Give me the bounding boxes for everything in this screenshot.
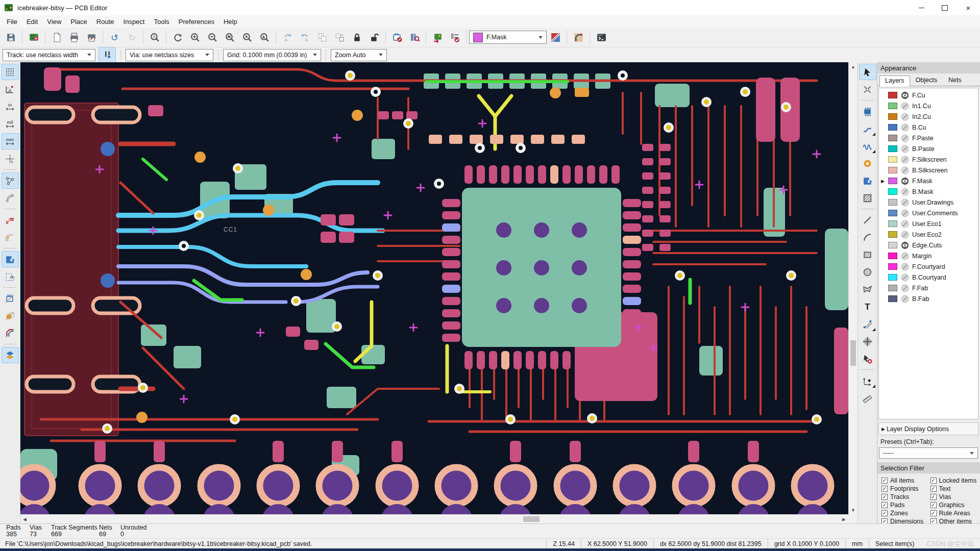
checkbox-icon[interactable]: ✓ (881, 510, 888, 516)
zoom-to-fit-button[interactable] (221, 29, 238, 45)
interactive-router-settings-button[interactable] (570, 29, 587, 45)
polar-coordinates-button[interactable]: rθ (2, 81, 19, 97)
minimize-button[interactable] (910, 0, 933, 15)
layer-color-swatch[interactable] (888, 295, 897, 302)
layer-hidden-icon[interactable] (900, 219, 910, 229)
draw-arc-button[interactable] (859, 229, 876, 245)
draw-polygon-button[interactable] (859, 281, 876, 297)
menu-help[interactable]: Help (219, 15, 242, 28)
measure-tool-button[interactable] (859, 390, 876, 406)
sketch-footprints-button[interactable] (2, 290, 19, 307)
checkbox-icon[interactable]: ✓ (930, 478, 937, 484)
print-button[interactable] (65, 29, 83, 45)
scroll-right-icon[interactable]: ▶ (840, 515, 848, 523)
via-size-dropdown[interactable]: Via: use netclass sizes (126, 49, 213, 61)
rotate-cw-button[interactable] (296, 29, 313, 45)
layer-hidden-icon[interactable] (900, 294, 910, 304)
layer-row-in2-cu[interactable]: In2.Cu (879, 111, 978, 122)
horizontal-scroll-thumb[interactable] (523, 516, 540, 522)
menu-preferences[interactable]: Preferences (174, 15, 219, 28)
undo-button[interactable]: ↺ (106, 29, 123, 45)
layer-hidden-icon[interactable] (900, 251, 910, 261)
vertical-scroll-thumb[interactable] (850, 340, 856, 366)
edit-footprints-button[interactable] (388, 29, 406, 45)
checkbox-icon[interactable]: ✓ (881, 486, 888, 492)
menu-file[interactable]: File (2, 15, 22, 28)
zoom-out-button[interactable] (204, 29, 221, 45)
layer-row-user-eco2[interactable]: User.Eco2 (879, 229, 978, 240)
sketch-tracks-button[interactable] (2, 325, 19, 341)
layer-row-user-drawings[interactable]: User.Drawings (879, 197, 978, 208)
presets-dropdown[interactable]: ----- (879, 447, 978, 459)
layer-row-b-silkscreen[interactable]: B.Silkscreen (879, 165, 978, 176)
layer-hidden-icon[interactable] (900, 101, 910, 111)
layer-hidden-icon[interactable] (900, 230, 910, 239)
vertical-scrollbar[interactable]: ▲ ▼ (848, 62, 857, 514)
refresh-view-button[interactable] (169, 29, 186, 45)
filter-rule-areas[interactable]: ✓Rule Areas (930, 509, 979, 517)
scripting-console-button[interactable] (593, 29, 610, 45)
find-button[interactable]: A (146, 29, 163, 45)
tab-nets[interactable]: Nets (943, 75, 967, 86)
zoom-to-objects-button[interactable] (238, 29, 256, 45)
filter-footprints[interactable]: ✓Footprints (881, 485, 930, 492)
appearance-manager-button[interactable] (2, 347, 19, 363)
horizontal-scrollbar[interactable]: ◀ ▶ (20, 514, 848, 523)
layer-color-swatch[interactable] (888, 145, 897, 152)
layer-hidden-icon[interactable] (900, 262, 910, 271)
zoom-in-button[interactable] (186, 29, 204, 45)
ungroup-items-button[interactable] (331, 29, 348, 45)
checkbox-icon[interactable]: ✓ (881, 502, 888, 508)
menu-inspect[interactable]: Inspect (119, 15, 150, 28)
run-drc-button[interactable] (446, 29, 463, 45)
crosshair-cursor-button[interactable] (2, 151, 19, 167)
filter-graphics[interactable]: ✓Graphics (930, 501, 979, 509)
add-dimension-button[interactable] (859, 316, 876, 332)
maximize-button[interactable] (933, 0, 957, 15)
layer-color-swatch[interactable] (888, 253, 897, 259)
add-rule-area-button[interactable] (859, 190, 876, 206)
curved-ratsnest-button[interactable] (2, 190, 19, 206)
draw-circle-button[interactable] (859, 264, 876, 280)
scroll-left-icon[interactable]: ◀ (20, 515, 29, 523)
layer-row-margin[interactable]: Margin (879, 251, 978, 261)
layer-row-b-cu[interactable]: B.Cu (879, 122, 978, 133)
footprint-browser-button[interactable] (406, 29, 423, 45)
layer-hidden-icon[interactable] (900, 133, 910, 143)
menu-place[interactable]: Place (66, 15, 92, 28)
menu-route[interactable]: Route (92, 15, 119, 28)
menu-edit[interactable]: Edit (22, 15, 42, 28)
zoom-dropdown[interactable]: Zoom Auto (331, 49, 387, 61)
add-text-button[interactable]: T (859, 298, 876, 315)
tab-objects[interactable]: Objects (910, 75, 943, 86)
checkbox-icon[interactable]: ✓ (930, 486, 937, 492)
tab-layers[interactable]: Layers (879, 76, 910, 86)
layer-color-swatch[interactable] (888, 135, 897, 141)
filter-text[interactable]: ✓Text (930, 485, 979, 492)
alignment-target-button[interactable] (859, 333, 876, 349)
place-via-button[interactable] (859, 155, 876, 171)
page-settings-button[interactable] (48, 29, 65, 45)
zone-outline-mode-button[interactable] (2, 268, 19, 285)
pcb-canvas[interactable]: CC1 (20, 62, 848, 514)
filter-all-items[interactable]: ✓All items (881, 477, 930, 484)
checkbox-icon[interactable]: ✓ (930, 502, 937, 508)
layer-color-swatch[interactable] (888, 263, 897, 270)
filter-zones[interactable]: ✓Zones (881, 509, 930, 517)
layer-color-swatch[interactable] (888, 285, 897, 291)
scroll-up-icon[interactable]: ▲ (849, 62, 857, 71)
filter-vias[interactable]: ✓Vias (930, 493, 979, 500)
filter-tracks[interactable]: ✓Tracks (881, 493, 930, 500)
layer-color-swatch[interactable] (888, 156, 897, 163)
track-width-dropdown[interactable]: Track: use netclass width (3, 49, 95, 61)
rotate-ccw-button[interactable] (279, 29, 296, 45)
layer-row-f-courtyard[interactable]: F.Courtyard (879, 261, 978, 272)
layer-color-swatch[interactable] (888, 124, 897, 131)
draw-line-button[interactable] (859, 212, 876, 228)
layer-color-swatch[interactable] (888, 113, 897, 120)
layer-row-b-fab[interactable]: B.Fab (879, 293, 978, 304)
layer-presentation-button[interactable] (547, 29, 564, 45)
checkbox-icon[interactable]: ✓ (930, 494, 937, 500)
layer-color-swatch[interactable] (888, 220, 897, 227)
layer-color-swatch[interactable] (888, 103, 897, 109)
